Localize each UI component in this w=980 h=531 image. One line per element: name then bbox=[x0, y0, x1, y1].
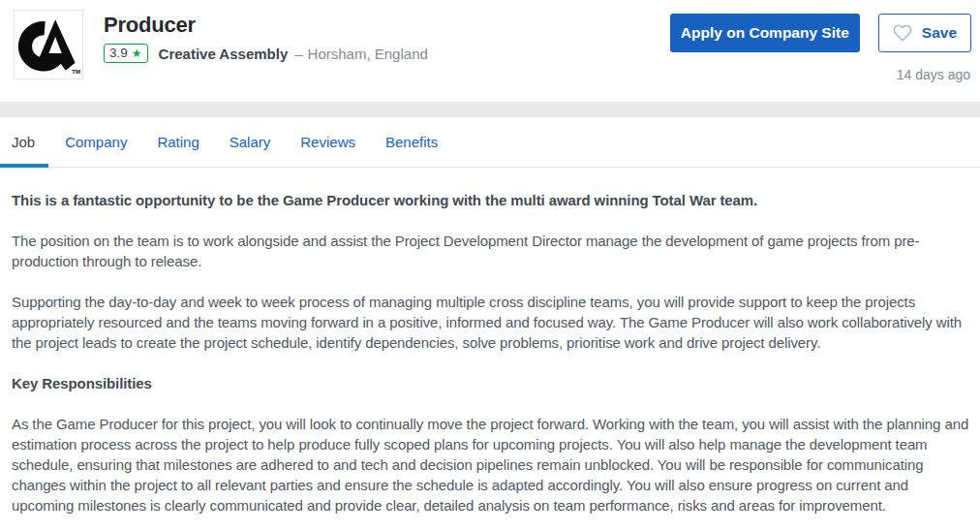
description-paragraph-position: The position on the team is to work alon… bbox=[12, 231, 970, 271]
job-listing-page: { "header": { "title": "Producer", "logo… bbox=[0, 0, 980, 531]
tab-rating[interactable]: Rating bbox=[157, 117, 199, 167]
company-logo: TM bbox=[14, 10, 83, 79]
tab-job[interactable]: Job bbox=[0, 117, 48, 167]
company-subtitle: 3.9 ★ Creative Assembly – Horsham, Engla… bbox=[104, 43, 428, 64]
heart-icon bbox=[893, 23, 912, 43]
apply-button[interactable]: Apply on Company Site bbox=[670, 14, 860, 52]
company-name: Creative Assembly bbox=[159, 46, 289, 62]
tab-salary[interactable]: Salary bbox=[230, 117, 271, 167]
company-location: Horsham, England bbox=[308, 46, 428, 62]
location-dash: – bbox=[294, 46, 302, 62]
tab-reviews[interactable]: Reviews bbox=[300, 117, 355, 167]
job-description: This is a fantastic opportunity to be th… bbox=[12, 168, 970, 531]
description-heading-key-responsibilities: Key Responsibilities bbox=[12, 373, 970, 393]
tab-benefits[interactable]: Benefits bbox=[385, 117, 438, 167]
save-button-label: Save bbox=[922, 24, 957, 42]
job-tabbar: Job Company Rating Salary Reviews Benefi… bbox=[0, 117, 980, 168]
logo-trademark: TM bbox=[72, 69, 80, 75]
star-icon: ★ bbox=[132, 47, 142, 59]
tab-company[interactable]: Company bbox=[65, 117, 127, 167]
job-header: TM Producer 3.9 ★ Creative Assembly – Ho… bbox=[0, 0, 980, 102]
section-divider-band bbox=[0, 102, 980, 117]
header-actions: Apply on Company Site Save bbox=[670, 14, 971, 52]
creative-assembly-logo-icon bbox=[17, 14, 79, 76]
description-intro: This is a fantastic opportunity to be th… bbox=[12, 190, 970, 210]
save-button[interactable]: Save bbox=[878, 14, 971, 52]
description-paragraph-as-producer: As the Game Producer for this project, y… bbox=[12, 414, 970, 515]
description-paragraph-supporting: Supporting the day-to-day and week to we… bbox=[12, 292, 970, 353]
page-title: Producer bbox=[104, 13, 196, 38]
rating-value: 3.9 bbox=[109, 46, 128, 60]
posted-date: 14 days ago bbox=[897, 67, 970, 82]
rating-badge: 3.9 ★ bbox=[104, 44, 148, 63]
